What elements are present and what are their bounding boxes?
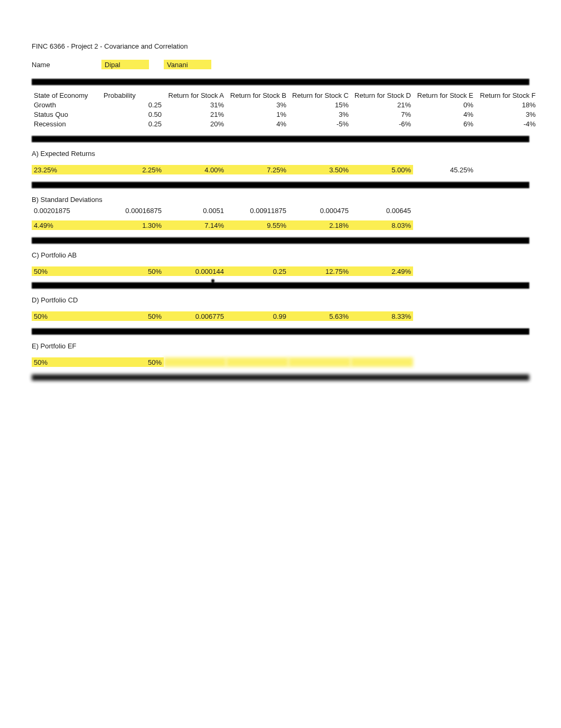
name-last-field[interactable]: Vanani [164, 60, 211, 69]
cell: 2.25% [101, 165, 164, 174]
cell-blurred [226, 357, 288, 367]
col-header-d: Return for Stock D [351, 90, 413, 100]
cell: 7.25% [226, 165, 288, 174]
col-header-f: Return for Stock F [475, 90, 538, 100]
col-header-prob: Probability [101, 90, 164, 100]
cell: 0.00645 [351, 206, 413, 215]
cell-blurred [288, 357, 351, 367]
cell: 21% [164, 109, 226, 119]
cell [475, 311, 538, 321]
cell: 50% [32, 266, 101, 276]
cell: 0.00201875 [32, 206, 101, 215]
cell: 15% [288, 100, 351, 109]
cell: -6% [351, 119, 413, 128]
portfolio-ef-table: 50% 50% [32, 357, 538, 367]
section-d-title: D) Portfolio CD [32, 296, 529, 304]
cell: 3.50% [288, 165, 351, 174]
cell: 45.25% [413, 165, 475, 174]
cell [475, 165, 538, 174]
cell: 1% [226, 109, 288, 119]
section-a-title: A) Expected Returns [32, 150, 529, 158]
cell: 21% [351, 100, 413, 109]
stddev-table: 4.49% 1.30% 7.14% 9.55% 2.18% 8.03% [32, 220, 538, 230]
cell-blurred [164, 357, 226, 367]
expected-returns-table: 23.25% 2.25% 4.00% 7.25% 3.50% 5.00% 45.… [32, 165, 538, 174]
cell: 0.00016875 [101, 206, 164, 215]
cell: Growth [32, 100, 101, 109]
cell: Status Quo [32, 109, 101, 119]
cell: 3% [226, 100, 288, 109]
table-row: Recession 0.25 20% 4% -5% -6% 6% -4% [32, 119, 538, 128]
cell: 0.000475 [288, 206, 351, 215]
cell: 50% [101, 357, 164, 367]
cell: 0.000144 [164, 266, 226, 276]
cell: 2.18% [288, 220, 351, 230]
table-header-row: State of Economy Probability Return for … [32, 90, 538, 100]
cell: 0.99 [226, 311, 288, 321]
section-e-title: E) Portfolio EF [32, 342, 529, 350]
cell: 50% [101, 311, 164, 321]
col-header-c: Return for Stock C [288, 90, 351, 100]
divider-bar [32, 136, 529, 142]
col-header-e: Return for Stock E [413, 90, 475, 100]
input-table: State of Economy Probability Return for … [32, 90, 538, 128]
table-row: 50% 50% [32, 357, 538, 367]
cell: 7% [351, 109, 413, 119]
cell: 0.006775 [164, 311, 226, 321]
cell [413, 311, 475, 321]
cell: 23.25% [32, 165, 101, 174]
divider-bar [32, 237, 529, 244]
table-row: Status Quo 0.50 21% 1% 3% 7% 4% 3% [32, 109, 538, 119]
cell: 0.50 [101, 109, 164, 119]
cell [475, 357, 538, 367]
divider-bar [32, 79, 529, 85]
cell [475, 266, 538, 276]
col-header-state: State of Economy [32, 90, 101, 100]
cell: 0.25 [101, 119, 164, 128]
cell: -4% [475, 119, 538, 128]
cell: 50% [32, 357, 101, 367]
cell [475, 220, 538, 230]
table-row: Growth 0.25 31% 3% 15% 21% 0% 18% [32, 100, 538, 109]
cell: 7.14% [164, 220, 226, 230]
cell: 3% [475, 109, 538, 119]
cell: 0.25 [101, 100, 164, 109]
table-row: 50% 50% 0.000144 0.25 12.75% 2.49% [32, 266, 538, 276]
cell [413, 206, 475, 215]
cell: 4% [413, 109, 475, 119]
cell [413, 357, 475, 367]
cell: 8.33% [351, 311, 413, 321]
section-c-title: C) Portfolio AB [32, 251, 529, 259]
cell: 4.00% [164, 165, 226, 174]
table-row: 4.49% 1.30% 7.14% 9.55% 2.18% 8.03% [32, 220, 538, 230]
name-first-field[interactable]: Dipal [101, 60, 149, 69]
col-header-b: Return for Stock B [226, 90, 288, 100]
cell: 50% [32, 311, 101, 321]
portfolio-ab-table: 50% 50% 0.000144 0.25 12.75% 2.49% [32, 266, 538, 276]
portfolio-cd-table: 50% 50% 0.006775 0.99 5.63% 8.33% [32, 311, 538, 321]
cell-blurred [351, 357, 413, 367]
cell: 0.00911875 [226, 206, 288, 215]
col-header-a: Return for Stock A [164, 90, 226, 100]
table-row: 23.25% 2.25% 4.00% 7.25% 3.50% 5.00% 45.… [32, 165, 538, 174]
name-row: Name Dipal Vanani [32, 60, 529, 69]
cell: 0% [413, 100, 475, 109]
cell: 4% [226, 119, 288, 128]
divider-bar [32, 328, 529, 335]
page-title: FINC 6366 - Project 2 - Covariance and C… [32, 42, 529, 50]
cell: 2.49% [351, 266, 413, 276]
divider-bar [32, 282, 529, 289]
cell: Recession [32, 119, 101, 128]
cell: 20% [164, 119, 226, 128]
stddev-raw-table: 0.00201875 0.00016875 0.0051 0.00911875 … [32, 206, 538, 215]
cell: 5.00% [351, 165, 413, 174]
table-row: 50% 50% 0.006775 0.99 5.63% 8.33% [32, 311, 538, 321]
cell: 6% [413, 119, 475, 128]
cell: 31% [164, 100, 226, 109]
cell: 1.30% [101, 220, 164, 230]
cell: 4.49% [32, 220, 101, 230]
section-b-title: B) Standard Deviations [32, 196, 529, 204]
divider-bar [32, 182, 529, 188]
cell [413, 220, 475, 230]
cell: -5% [288, 119, 351, 128]
